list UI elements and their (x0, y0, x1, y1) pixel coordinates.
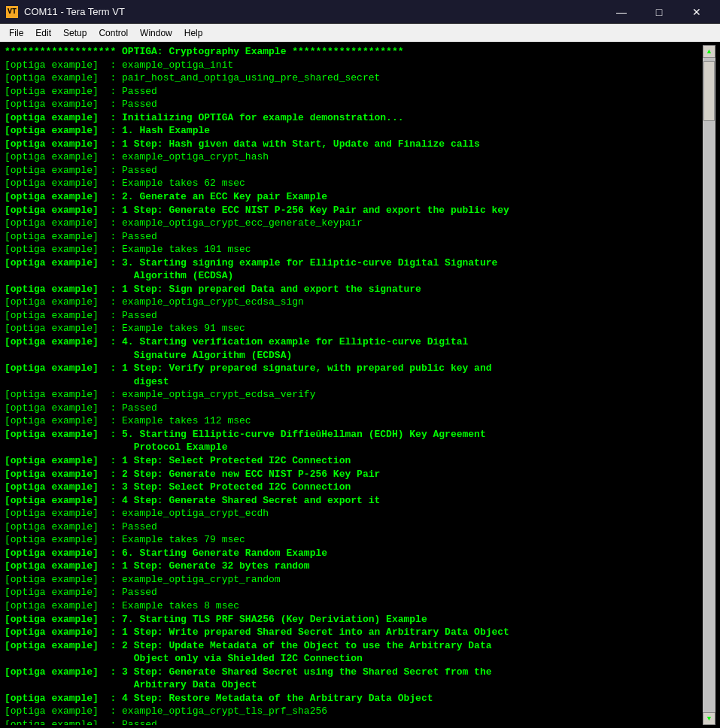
terminal-line: Algorithm (ECDSA) (5, 269, 703, 283)
terminal-line: [optiga example] : Example takes 112 mse… (5, 414, 703, 428)
terminal-line: [optiga example] : 5. Starting Elliptic-… (5, 428, 703, 441)
maximize-button[interactable]: □ (642, 0, 676, 24)
terminal-line: [optiga example] : Passed (5, 98, 703, 111)
terminal-line: [optiga example] : 6. Starting Generate … (5, 547, 703, 560)
terminal-line: [optiga example] : 1 Step: Sign prepared… (5, 283, 703, 296)
menu-edit[interactable]: Edit (29, 26, 57, 40)
terminal-line: ******************* OPTIGA: Cryptography… (5, 45, 703, 59)
terminal-line: [optiga example] : pair_host_and_optiga_… (5, 71, 703, 85)
terminal-line: [optiga example] : 7. Starting TLS PRF S… (5, 613, 703, 626)
terminal-line: [optiga example] : Passed (5, 164, 703, 177)
terminal-line: [optiga example] : Example takes 8 msec (5, 599, 703, 613)
terminal-line: [optiga example] : Passed (5, 230, 703, 244)
terminal-line: [optiga example] : example_optiga_crypt_… (5, 705, 703, 718)
terminal-line: [optiga example] : Example takes 79 msec (5, 533, 703, 547)
terminal-line: [optiga example] : 2 Step: Update Metada… (5, 639, 703, 653)
terminal-line: [optiga example] : Example takes 91 msec (5, 322, 703, 335)
terminal-output: ******************* OPTIGA: Cryptography… (5, 45, 703, 725)
terminal-line: Object only via Shielded I2C Connection (5, 652, 703, 666)
terminal-line: [optiga example] : 2 Step: Generate new … (5, 468, 703, 481)
terminal-line: Signature Algorithm (ECDSA) (5, 349, 703, 362)
terminal-line: [optiga example] : Example takes 101 mse… (5, 243, 703, 256)
terminal-line: [optiga example] : Passed (5, 718, 703, 725)
terminal-area: ******************* OPTIGA: Cryptography… (0, 42, 720, 728)
menu-window[interactable]: Window (134, 26, 178, 40)
terminal-line: [optiga example] : 4. Starting verificat… (5, 335, 703, 349)
terminal-line: digest (5, 375, 703, 389)
scrollbar-thumb[interactable] (703, 61, 715, 121)
terminal-line: [optiga example] : example_optiga_crypt_… (5, 573, 703, 587)
terminal-line: [optiga example] : 4 Step: Restore Metad… (5, 692, 703, 705)
title-bar-controls: — □ ✕ (604, 0, 714, 24)
title-bar: VT COM11 - Tera Term VT — □ ✕ (0, 0, 720, 24)
menu-control[interactable]: Control (93, 26, 134, 40)
terminal-line: [optiga example] : Passed (5, 402, 703, 415)
terminal-line: [optiga example] : example_optiga_crypt_… (5, 150, 703, 164)
terminal-line: [optiga example] : 4 Step: Generate Shar… (5, 494, 703, 508)
scroll-up-button[interactable]: ▲ (703, 45, 715, 58)
terminal-line: [optiga example] : 1 Step: Verify prepar… (5, 362, 703, 375)
terminal-line: [optiga example] : 3. Starting signing e… (5, 256, 703, 270)
terminal-line: [optiga example] : 1 Step: Generate ECC … (5, 204, 703, 217)
terminal-line: [optiga example] : 1 Step: Hash given da… (5, 138, 703, 151)
menu-bar: File Edit Setup Control Window Help (0, 24, 720, 42)
terminal-line: [optiga example] : Initializing OPTIGA f… (5, 111, 703, 125)
minimize-button[interactable]: — (604, 0, 639, 24)
terminal-line: [optiga example] : Passed (5, 520, 703, 534)
terminal-line: [optiga example] : Example takes 62 msec (5, 177, 703, 190)
terminal-line: [optiga example] : Passed (5, 85, 703, 99)
terminal-line: [optiga example] : 3 Step: Select Protec… (5, 481, 703, 494)
terminal-line: [optiga example] : 1 Step: Select Protec… (5, 454, 703, 468)
menu-help[interactable]: Help (178, 26, 209, 40)
terminal-line: [optiga example] : 3 Step: Generate Shar… (5, 666, 703, 679)
terminal-line: [optiga example] : 1 Step: Write prepare… (5, 626, 703, 639)
terminal-line: [optiga example] : 1 Step: Generate 32 b… (5, 560, 703, 573)
app-icon: VT (6, 6, 18, 18)
terminal-line: [optiga example] : 2. Generate an ECC Ke… (5, 190, 703, 204)
terminal-line: Arbitrary Data Object (5, 678, 703, 692)
terminal-line: [optiga example] : Passed (5, 586, 703, 599)
menu-setup[interactable]: Setup (57, 26, 93, 40)
terminal-line: [optiga example] : example_optiga_init (5, 59, 703, 72)
close-button[interactable]: ✕ (679, 0, 714, 24)
terminal-line: [optiga example] : Passed (5, 309, 703, 323)
terminal-line: [optiga example] : example_optiga_crypt_… (5, 388, 703, 402)
window-title: COM11 - Tera Term VT (24, 6, 604, 17)
terminal-line: [optiga example] : example_optiga_crypt_… (5, 296, 703, 309)
terminal-line: [optiga example] : example_optiga_crypt_… (5, 217, 703, 230)
scroll-down-button[interactable]: ▼ (703, 712, 715, 725)
scrollbar[interactable]: ▲ ▼ (703, 45, 715, 725)
main-window: VT COM11 - Tera Term VT — □ ✕ File Edit … (0, 0, 720, 728)
scrollbar-track[interactable] (703, 58, 715, 712)
terminal-line: [optiga example] : example_optiga_crypt_… (5, 507, 703, 520)
terminal-line: [optiga example] : 1. Hash Example (5, 124, 703, 138)
menu-file[interactable]: File (3, 26, 29, 40)
terminal-line: Protocol Example (5, 441, 703, 454)
